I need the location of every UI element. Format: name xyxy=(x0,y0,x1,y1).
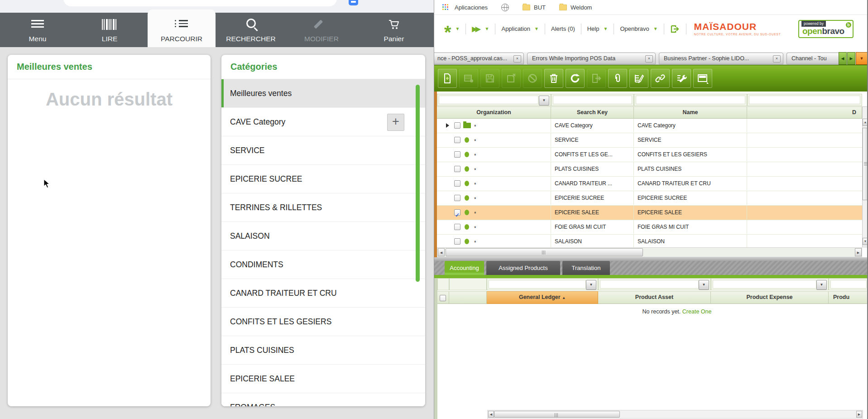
close-icon[interactable]: × xyxy=(773,55,781,63)
globe-icon[interactable] xyxy=(501,4,509,11)
row-checkbox[interactable] xyxy=(454,151,460,158)
grid-vertical-scrollbar[interactable]: ▲ ▼ xyxy=(862,106,868,247)
tab-assigned-products[interactable]: Assigned Products xyxy=(486,261,560,275)
scroll-up-button[interactable]: ▲ xyxy=(863,119,868,126)
table-row[interactable]: * EPICERIE SALEE EPICERIE SALEE xyxy=(437,206,862,220)
chevron-down-icon[interactable]: ▼ xyxy=(603,26,608,31)
table-row[interactable]: * CONFITS ET LES GE... CONFITS ET LES GE… xyxy=(437,148,862,162)
tab-accounting[interactable]: Accounting xyxy=(445,261,484,275)
maintenance-button[interactable] xyxy=(672,69,691,88)
table-row[interactable]: * SERVICE SERVICE xyxy=(437,133,862,148)
scroll-left-button[interactable]: ◀ xyxy=(488,411,494,418)
select-all-header[interactable] xyxy=(437,291,449,304)
new-record-button[interactable] xyxy=(438,69,457,88)
row-checkbox[interactable] xyxy=(454,238,460,245)
scroll-right-button[interactable]: ▶ xyxy=(855,248,862,256)
filter-combo-button[interactable]: ▼ xyxy=(586,280,596,290)
nav-item-lire[interactable]: LIRE xyxy=(76,13,144,47)
help-menu[interactable]: Help xyxy=(587,25,599,32)
filter-combo-button[interactable]: ▼ xyxy=(539,96,549,106)
bottom-horizontal-scrollbar[interactable]: ◀ ▶ xyxy=(487,410,863,419)
filter-cell-product-asset[interactable]: ▼ xyxy=(598,278,711,290)
filter-cell-description[interactable] xyxy=(747,94,862,106)
window-button[interactable] xyxy=(693,69,712,88)
logout-icon[interactable] xyxy=(670,24,680,34)
recent-windows-icon[interactable]: ▶▶ xyxy=(472,25,479,33)
table-row[interactable]: * FOIE GRAS MI CUIT FOIE GRAS MI CUIT xyxy=(437,220,862,235)
chevron-down-icon[interactable]: ▼ xyxy=(653,26,658,31)
nav-item-rechercher[interactable]: RECHERCHER xyxy=(217,13,285,47)
column-header-general-ledger[interactable]: General Ledger ▲ xyxy=(487,291,598,304)
category-list-item[interactable]: CONFITS ET LES GESIERS + xyxy=(221,308,425,336)
column-header-organization[interactable]: Organization xyxy=(437,106,551,119)
table-row[interactable]: * PLATS CUISINES PLATS CUISINES xyxy=(437,162,862,177)
apps-grid-icon[interactable] xyxy=(442,4,449,11)
filter-cell-product-expense[interactable]: ▼ xyxy=(711,278,829,290)
scroll-right-button[interactable]: ▶ xyxy=(856,411,862,418)
nav-item-menu[interactable]: Menu xyxy=(4,13,72,47)
chevron-down-icon[interactable]: ▼ xyxy=(485,26,489,31)
category-list-item[interactable]: Meilleures ventes + xyxy=(221,79,425,108)
application-menu[interactable]: Application xyxy=(501,25,530,32)
filter-combo-button[interactable]: ▼ xyxy=(816,280,827,290)
horizontal-scroll-thumb[interactable] xyxy=(494,411,620,418)
row-checkbox[interactable] xyxy=(454,209,460,216)
close-icon[interactable]: × xyxy=(645,55,653,63)
tab-list-button[interactable]: ▼ xyxy=(856,52,868,65)
category-list-item[interactable]: EPICERIE SUCREE + xyxy=(221,165,425,193)
scroll-left-button[interactable]: ◀ xyxy=(438,248,445,256)
grid-horizontal-scrollbar[interactable]: ◀ ▶ xyxy=(437,247,862,257)
refresh-button[interactable] xyxy=(566,69,585,88)
category-list-item[interactable]: CAVE Category + xyxy=(221,108,425,136)
row-checkbox[interactable] xyxy=(454,224,460,230)
filter-cell-product[interactable] xyxy=(829,278,868,290)
quick-launch-icon[interactable]: * xyxy=(444,28,451,37)
column-header-name[interactable]: Name xyxy=(634,106,747,119)
chevron-down-icon[interactable]: ▼ xyxy=(456,26,460,31)
column-header-product-asset[interactable]: Product Asset xyxy=(598,291,711,304)
filter-cell-general-ledger[interactable]: ▼ xyxy=(487,278,598,290)
category-list-item[interactable]: CONDIMENTS + xyxy=(221,250,425,279)
chevron-down-icon[interactable]: ▼ xyxy=(534,26,539,31)
tab-scroll-left-button[interactable]: ◀ xyxy=(839,52,847,65)
horizontal-scroll-thumb[interactable] xyxy=(446,248,643,256)
categories-scrollbar[interactable] xyxy=(416,85,420,282)
bookmark-apps[interactable]: Aplicaciones xyxy=(455,4,488,11)
user-menu-openbravo[interactable]: Openbravo xyxy=(620,25,649,32)
row-checkbox[interactable] xyxy=(454,195,460,201)
browser-extension-icon[interactable] xyxy=(349,0,358,5)
row-checkbox[interactable] xyxy=(454,180,460,187)
category-list-item[interactable]: TERRINES & RILLETTES + xyxy=(221,193,425,222)
create-one-link[interactable]: Create One xyxy=(682,308,712,315)
filter-cell-name[interactable] xyxy=(634,94,747,106)
vertical-scroll-thumb[interactable] xyxy=(863,128,868,200)
category-list-item[interactable]: PLATS CUISINES + xyxy=(221,336,425,365)
window-tab[interactable]: Business Partner - Sophie LIDO... × xyxy=(659,53,783,64)
table-row[interactable]: * CANARD TRAITEUR ... CANARD TRAITEUR ET… xyxy=(437,177,862,191)
browser-omnibox[interactable] xyxy=(63,0,337,6)
category-list-item[interactable]: FROMAGES + xyxy=(221,393,425,406)
add-category-button[interactable]: + xyxy=(387,114,404,131)
nav-item-panier[interactable]: Panier xyxy=(360,13,428,47)
scroll-down-button[interactable]: ▼ xyxy=(863,238,868,245)
row-checkbox[interactable] xyxy=(454,122,460,129)
alerts-menu[interactable]: Alerts (0) xyxy=(551,25,575,32)
delete-button[interactable] xyxy=(544,69,563,88)
nav-item-parcourir[interactable]: PARCOURIR xyxy=(148,13,216,47)
category-list-item[interactable]: SALAISON + xyxy=(221,222,425,250)
column-header-product-expense[interactable]: Product Expense xyxy=(711,291,829,304)
window-tab[interactable]: Channel - Tou xyxy=(786,53,839,64)
expand-arrow-icon[interactable] xyxy=(446,123,449,128)
filter-cell-organization[interactable]: ▼ xyxy=(437,94,551,106)
category-list-item[interactable]: CANARD TRAITEUR ET CRU + xyxy=(221,279,425,308)
edit-grid-button[interactable] xyxy=(629,69,648,88)
window-tab[interactable]: nce - POSS_approval.cas... × xyxy=(434,53,524,64)
table-row[interactable]: * CAVE Category CAVE Category xyxy=(437,119,862,133)
filter-cell-search-key[interactable] xyxy=(551,94,634,106)
table-row[interactable]: * EPICERIE SUCREE EPICERIE SUCREE xyxy=(437,191,862,206)
attachment-button[interactable] xyxy=(608,69,627,88)
close-icon[interactable]: × xyxy=(513,55,521,63)
bookmark-folder-weldom[interactable]: Weldom xyxy=(571,4,592,11)
link-button[interactable] xyxy=(651,69,670,88)
row-checkbox[interactable] xyxy=(454,166,460,172)
